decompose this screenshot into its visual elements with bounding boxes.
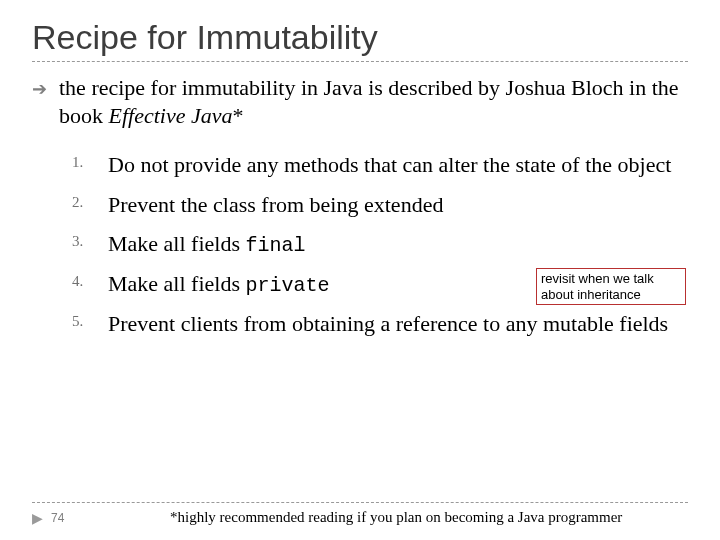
slide-footer: ▶ 74 *highly recommended reading if you …	[32, 502, 688, 526]
page-number: 74	[51, 511, 64, 525]
slide-title: Recipe for Immutability	[32, 18, 688, 57]
intro-book: Effective Java	[109, 103, 233, 128]
list-item: Make all fields final	[72, 230, 688, 258]
footer-row: ▶ 74 *highly recommended reading if you …	[32, 509, 688, 526]
list-item: Prevent clients from obtaining a referen…	[72, 310, 688, 338]
list-item: Do not provide any methods that can alte…	[72, 151, 688, 179]
footnote-text: *highly recommended reading if you plan …	[104, 509, 688, 526]
item-text: Do not provide any methods that can alte…	[108, 152, 671, 177]
item-text: Prevent clients from obtaining a referen…	[108, 311, 668, 336]
arrow-right-icon: ➔	[32, 78, 47, 101]
title-divider	[32, 61, 688, 62]
item-code: final	[245, 234, 305, 257]
annotation-callout: revisit when we talk about inheritance	[536, 268, 686, 305]
item-prefix: Make all fields	[108, 231, 245, 256]
play-icon: ▶	[32, 510, 43, 526]
recipe-list: Do not provide any methods that can alte…	[32, 151, 688, 338]
item-text: Prevent the class from being extended	[108, 192, 443, 217]
intro-block: ➔ the recipe for immutability in Java is…	[32, 74, 688, 129]
item-prefix: Make all fields	[108, 271, 245, 296]
list-item: Prevent the class from being extended	[72, 191, 688, 219]
intro-suffix: *	[232, 103, 243, 128]
item-code: private	[245, 274, 329, 297]
footer-divider	[32, 502, 688, 503]
intro-text: the recipe for immutability in Java is d…	[59, 74, 688, 129]
